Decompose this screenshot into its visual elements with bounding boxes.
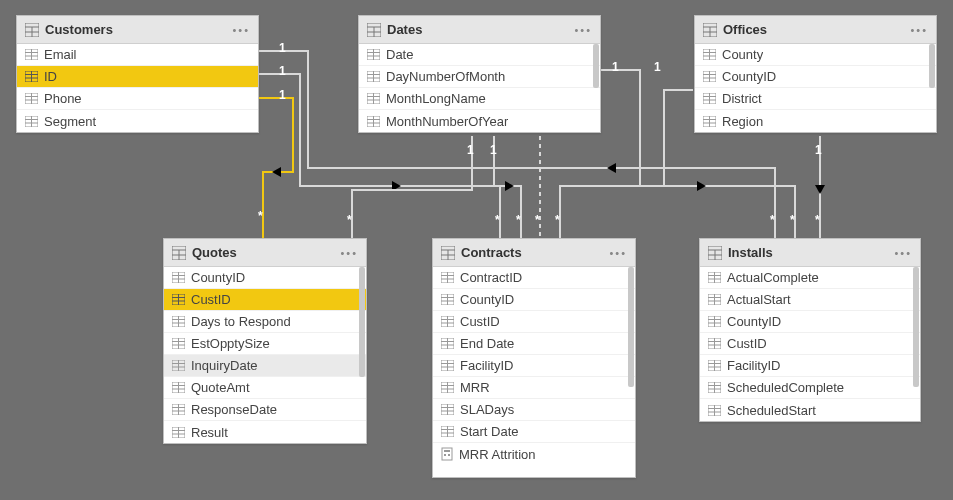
field-row[interactable]: Segment — [17, 110, 258, 132]
table-header[interactable]: Quotes ••• — [164, 239, 366, 267]
field-row[interactable]: Days to Respond — [164, 311, 366, 333]
cardinality-many: * — [347, 213, 352, 227]
cardinality-many: * — [770, 213, 775, 227]
table-icon — [703, 23, 717, 37]
fields-list: County CountyID District Region — [695, 44, 936, 132]
scrollbar[interactable] — [929, 44, 935, 88]
field-row[interactable]: ID — [17, 66, 258, 88]
table-contracts[interactable]: Contracts ••• ContractID CountyID CustID… — [432, 238, 636, 478]
field-row[interactable]: CountyID — [700, 311, 920, 333]
table-title: Installs — [728, 245, 892, 260]
column-icon — [708, 272, 721, 283]
cardinality-one: 1 — [490, 143, 497, 157]
field-row[interactable]: County — [695, 44, 936, 66]
column-icon — [25, 49, 38, 60]
fields-list: CountyID CustID Days to Respond EstOppty… — [164, 267, 366, 443]
scrollbar[interactable] — [359, 267, 365, 377]
field-row[interactable]: SLADays — [433, 399, 635, 421]
table-title: Quotes — [192, 245, 338, 260]
column-icon — [367, 116, 380, 127]
table-dates[interactable]: Dates ••• Date DayNumberOfMonth MonthLon… — [358, 15, 601, 133]
scrollbar[interactable] — [628, 267, 634, 387]
table-installs[interactable]: Installs ••• ActualComplete ActualStart … — [699, 238, 921, 422]
scrollbar[interactable] — [913, 267, 919, 387]
field-row[interactable]: ScheduledComplete — [700, 377, 920, 399]
field-row[interactable]: District — [695, 88, 936, 110]
field-row[interactable]: Start Date — [433, 421, 635, 443]
field-row[interactable]: Phone — [17, 88, 258, 110]
cardinality-many: * — [790, 213, 795, 227]
table-header[interactable]: Offices ••• — [695, 16, 936, 44]
field-row[interactable]: QuoteAmt — [164, 377, 366, 399]
field-row[interactable]: Region — [695, 110, 936, 132]
fields-list: ActualComplete ActualStart CountyID Cust… — [700, 267, 920, 421]
cardinality-many: * — [495, 213, 500, 227]
column-icon — [708, 360, 721, 371]
field-row[interactable]: End Date — [433, 333, 635, 355]
table-title: Contracts — [461, 245, 607, 260]
more-icon[interactable]: ••• — [572, 24, 594, 36]
column-icon — [441, 316, 454, 327]
field-row[interactable]: CustID — [164, 289, 366, 311]
scrollbar[interactable] — [593, 44, 599, 88]
more-icon[interactable]: ••• — [908, 24, 930, 36]
column-icon — [172, 294, 185, 305]
table-customers[interactable]: Customers ••• Email ID Phone Segment — [16, 15, 259, 133]
field-row[interactable]: Email — [17, 44, 258, 66]
field-row[interactable]: Date — [359, 44, 600, 66]
field-row[interactable]: MonthNumberOfYear — [359, 110, 600, 132]
column-icon — [441, 338, 454, 349]
field-row[interactable]: FacilityID — [700, 355, 920, 377]
table-icon — [708, 246, 722, 260]
column-icon — [441, 272, 454, 283]
column-icon — [25, 71, 38, 82]
column-icon — [172, 360, 185, 371]
field-row[interactable]: ActualComplete — [700, 267, 920, 289]
table-header[interactable]: Installs ••• — [700, 239, 920, 267]
more-icon[interactable]: ••• — [338, 247, 360, 259]
column-icon — [708, 294, 721, 305]
table-header[interactable]: Dates ••• — [359, 16, 600, 44]
column-icon — [708, 405, 721, 416]
field-row[interactable]: ResponseDate — [164, 399, 366, 421]
table-title: Dates — [387, 22, 572, 37]
column-icon — [441, 360, 454, 371]
cardinality-many: * — [258, 209, 263, 223]
column-icon — [441, 404, 454, 415]
field-row[interactable]: ScheduledStart — [700, 399, 920, 421]
svg-rect-135 — [448, 454, 450, 456]
fields-list: Email ID Phone Segment — [17, 44, 258, 132]
field-row[interactable]: DayNumberOfMonth — [359, 66, 600, 88]
column-icon — [708, 316, 721, 327]
column-icon — [172, 338, 185, 349]
field-row[interactable]: FacilityID — [433, 355, 635, 377]
field-row[interactable]: MonthLongName — [359, 88, 600, 110]
more-icon[interactable]: ••• — [230, 24, 252, 36]
field-row[interactable]: Result — [164, 421, 366, 443]
fields-list: Date DayNumberOfMonth MonthLongName Mont… — [359, 44, 600, 132]
svg-rect-133 — [444, 450, 450, 452]
field-row[interactable]: ContractID — [433, 267, 635, 289]
table-icon — [25, 23, 39, 37]
table-header[interactable]: Customers ••• — [17, 16, 258, 44]
field-row[interactable]: CountyID — [164, 267, 366, 289]
field-row[interactable]: MRR — [433, 377, 635, 399]
column-icon — [367, 93, 380, 104]
field-row[interactable]: CustID — [433, 311, 635, 333]
field-row[interactable]: CountyID — [695, 66, 936, 88]
column-icon — [367, 49, 380, 60]
field-row[interactable]: CustID — [700, 333, 920, 355]
field-row[interactable]: ActualStart — [700, 289, 920, 311]
field-row[interactable]: CountyID — [433, 289, 635, 311]
table-header[interactable]: Contracts ••• — [433, 239, 635, 267]
svg-rect-134 — [444, 454, 446, 456]
column-icon — [25, 93, 38, 104]
more-icon[interactable]: ••• — [892, 247, 914, 259]
table-offices[interactable]: Offices ••• County CountyID District Reg… — [694, 15, 937, 133]
field-row[interactable]: InquiryDate — [164, 355, 366, 377]
table-quotes[interactable]: Quotes ••• CountyID CustID Days to Respo… — [163, 238, 367, 444]
field-row[interactable]: MRR Attrition — [433, 443, 635, 465]
field-row[interactable]: EstOpptySize — [164, 333, 366, 355]
more-icon[interactable]: ••• — [607, 247, 629, 259]
cardinality-one: 1 — [612, 60, 619, 74]
